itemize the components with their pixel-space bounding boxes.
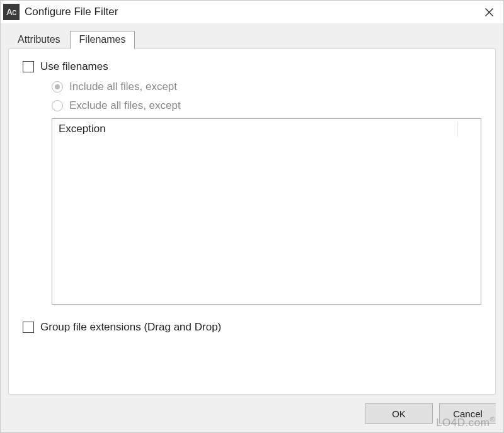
group-extensions-label: Group file extensions (Drag and Drop): [40, 321, 221, 334]
exclude-radio[interactable]: [52, 100, 63, 111]
exclude-radio-row: Exclude all files, except: [52, 99, 481, 112]
use-filenames-checkbox[interactable]: [23, 61, 34, 72]
window-title: Configure File Filter: [25, 6, 474, 18]
dialog-window: Ac Configure File Filter Attributes File…: [0, 0, 504, 433]
app-icon: Ac: [3, 4, 20, 20]
exception-list[interactable]: Exception: [52, 118, 481, 305]
use-filenames-row: Use filenames: [23, 60, 481, 73]
tab-control: Attributes Filenames Use filenames Inclu…: [8, 31, 496, 395]
include-radio-row: Include all files, except: [52, 81, 481, 93]
exception-list-header: Exception: [56, 121, 458, 137]
include-radio-label: Include all files, except: [69, 81, 177, 93]
close-icon: [485, 8, 493, 16]
filter-mode-radio-group: Include all files, except Exclude all fi…: [52, 81, 481, 112]
include-radio[interactable]: [52, 81, 63, 93]
client-area: Attributes Filenames Use filenames Inclu…: [1, 23, 503, 432]
tab-attributes[interactable]: Attributes: [8, 31, 70, 48]
dialog-buttons: OK Cancel: [8, 395, 496, 429]
use-filenames-label: Use filenames: [40, 60, 108, 73]
titlebar: Ac Configure File Filter: [1, 1, 503, 23]
close-button[interactable]: [474, 1, 503, 23]
tabs-row: Attributes Filenames: [8, 31, 496, 48]
cancel-button[interactable]: Cancel: [439, 403, 496, 424]
group-extensions-row: Group file extensions (Drag and Drop): [23, 321, 481, 334]
tab-panel-filenames: Use filenames Include all files, except …: [8, 48, 496, 395]
group-extensions-checkbox[interactable]: [23, 322, 34, 333]
exclude-radio-label: Exclude all files, except: [69, 99, 181, 112]
tab-filenames[interactable]: Filenames: [70, 31, 135, 49]
ok-button[interactable]: OK: [365, 403, 433, 424]
